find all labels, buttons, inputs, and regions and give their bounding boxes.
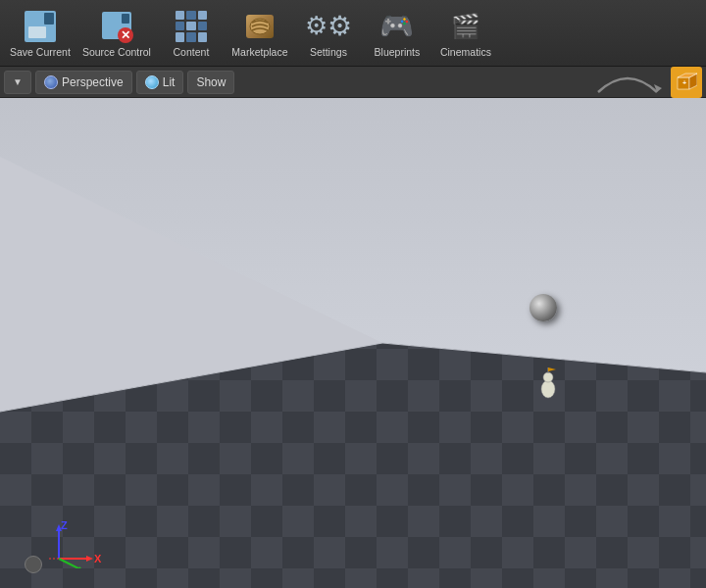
source-control-button[interactable]: ✕ Source Control <box>76 3 157 64</box>
show-label: Show <box>196 75 226 89</box>
lit-button[interactable]: Lit <box>136 71 184 94</box>
marketplace-icon <box>242 9 277 44</box>
settings-button[interactable]: ⚙ Settings <box>294 3 363 64</box>
viewport-dropdown-button[interactable]: ▼ <box>4 71 31 94</box>
player-start-object <box>534 368 562 403</box>
marketplace-label: Marketplace <box>231 46 287 58</box>
cinematics-button[interactable]: 🎬 Cinematics <box>431 3 500 64</box>
svg-marker-25 <box>86 556 93 562</box>
content-label: Content <box>174 46 210 58</box>
svg-line-27 <box>59 559 82 568</box>
dropdown-arrow-icon: ▼ <box>13 76 23 87</box>
perspective-button[interactable]: Perspective <box>35 71 132 94</box>
perspective-label: Perspective <box>62 75 124 89</box>
content-button[interactable]: Content <box>157 3 226 64</box>
svg-point-18 <box>543 372 553 382</box>
camera-orbit-icon <box>588 69 667 96</box>
svg-point-17 <box>541 380 555 398</box>
save-current-label: Save Current <box>10 46 71 58</box>
blueprints-icon: 🎮 <box>379 9 415 44</box>
svg-text:+: + <box>682 79 686 86</box>
source-overlay-badge: ✕ <box>118 27 133 43</box>
viewport-3d[interactable]: Z X Y <box>0 98 706 588</box>
lit-label: Lit <box>163 75 176 89</box>
viewport-bar: ▼ Perspective Lit Show + <box>0 67 706 98</box>
content-icon <box>174 9 209 44</box>
settings-icon: ⚙ <box>311 9 346 44</box>
nav-cube-svg: + <box>676 72 697 93</box>
pan-orbit-icon <box>25 556 42 573</box>
source-control-label: Source Control <box>82 46 151 58</box>
source-control-icon: ✕ <box>99 9 134 44</box>
floor-checkerboard <box>0 98 706 588</box>
player-start-svg <box>534 368 562 403</box>
blueprints-label: Blueprints <box>375 46 421 58</box>
camera-arc-svg <box>593 69 662 96</box>
lit-icon <box>145 75 159 89</box>
save-current-icon <box>23 9 58 44</box>
svg-marker-20 <box>548 368 556 371</box>
blueprints-button[interactable]: 🎮 Blueprints <box>363 3 431 64</box>
axis-svg: Z X Y <box>39 519 108 568</box>
marketplace-button[interactable]: Marketplace <box>226 3 294 64</box>
perspective-icon <box>44 75 58 89</box>
save-current-button[interactable]: Save Current <box>4 3 76 64</box>
cinematics-icon: 🎬 <box>448 9 483 44</box>
xyz-axis-indicator: Z X Y <box>39 519 108 568</box>
show-button[interactable]: Show <box>187 71 234 94</box>
svg-text:Z: Z <box>61 519 68 531</box>
cinematics-label: Cinematics <box>440 46 491 58</box>
navigation-cube[interactable]: + <box>671 67 702 98</box>
toolbar: Save Current ✕ Source Control <box>0 0 706 67</box>
settings-label: Settings <box>310 46 347 58</box>
sphere-object <box>530 294 557 321</box>
svg-text:X: X <box>94 553 102 564</box>
